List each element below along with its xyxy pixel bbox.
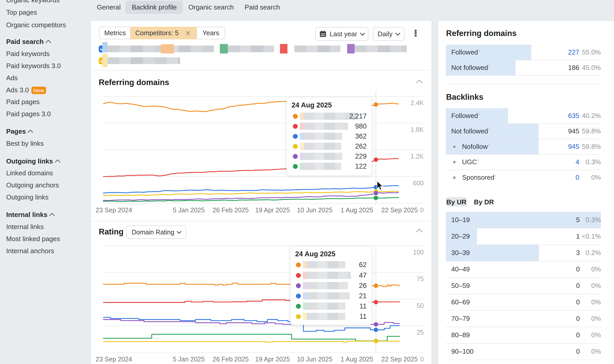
svg-text:100: 100 [413,249,424,256]
svg-text:22 Sep 2025: 22 Sep 2025 [381,356,418,363]
svg-text:50: 50 [417,302,424,309]
svg-text:23 Sep 2024: 23 Sep 2024 [96,356,132,363]
svg-text:19 Apr 2025: 19 Apr 2025 [255,356,290,363]
svg-text:1.8K: 1.8K [411,126,424,133]
svg-text:1 Aug 2025: 1 Aug 2025 [341,356,373,363]
svg-text:26 Feb 2025: 26 Feb 2025 [213,356,249,363]
svg-text:23 Sep 2024: 23 Sep 2024 [96,206,132,214]
svg-text:10 Jun 2025: 10 Jun 2025 [297,206,332,214]
svg-text:19 Apr 2025: 19 Apr 2025 [255,206,290,214]
svg-text:26 Feb 2025: 26 Feb 2025 [213,206,249,214]
svg-text:5 Jan 2025: 5 Jan 2025 [173,206,205,214]
svg-text:2.4K: 2.4K [411,99,424,106]
svg-text:25: 25 [417,329,424,336]
svg-text:0: 0 [420,206,424,214]
svg-text:1 Aug 2025: 1 Aug 2025 [341,206,373,214]
svg-text:10 Jun 2025: 10 Jun 2025 [297,356,332,363]
svg-text:0: 0 [420,356,424,363]
svg-text:75: 75 [417,275,424,283]
svg-text:22 Sep 2025: 22 Sep 2025 [381,206,418,214]
svg-text:600: 600 [413,179,424,187]
svg-text:1.2K: 1.2K [411,153,424,160]
svg-text:5 Jan 2025: 5 Jan 2025 [173,356,205,363]
